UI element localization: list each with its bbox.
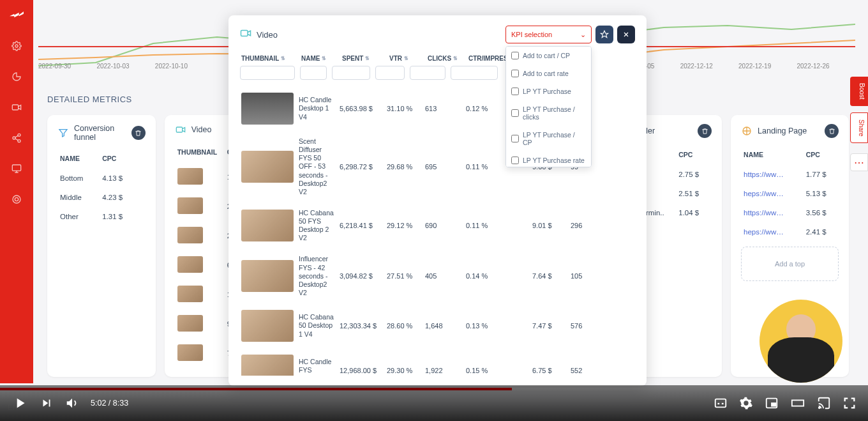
checkbox[interactable] (511, 135, 519, 142)
checkbox[interactable] (511, 88, 519, 95)
captions-button[interactable] (714, 396, 728, 410)
table-row: Middle4.23 $ (57, 188, 146, 207)
video-icon (175, 124, 186, 135)
delete-button[interactable] (698, 124, 712, 138)
video-icon (240, 27, 251, 42)
checkbox[interactable] (511, 52, 519, 59)
card-title: Conversion funnel (74, 124, 126, 142)
svg-rect-8 (176, 127, 182, 132)
thumbnail (241, 355, 294, 376)
sort-icon[interactable]: ⇅ (281, 56, 285, 61)
table-row: 2.51 $ (643, 184, 712, 203)
checkbox[interactable] (511, 157, 519, 164)
add-top-button[interactable]: Add a top (741, 247, 839, 281)
card-title: der (643, 126, 692, 135)
kpi-option[interactable]: LP YT Purchase / CP (506, 126, 591, 151)
sort-icon[interactable]: ⇅ (453, 56, 458, 61)
share-icon[interactable] (10, 132, 23, 144)
kpi-dropdown: Add to cart / CP Add to cart rate LP YT … (505, 46, 592, 167)
card-title: Landing Page (758, 126, 819, 135)
thumbnail (177, 227, 203, 243)
svg-point-6 (13, 195, 20, 203)
fullscreen-button[interactable] (842, 396, 857, 410)
thumbnail (177, 168, 203, 185)
filter-input[interactable] (332, 66, 370, 80)
table-row: https://ww…1.77 $ (741, 165, 839, 184)
close-button[interactable] (617, 26, 635, 43)
svg-point-15 (819, 407, 820, 408)
table-row: https://ww…3.56 $ (741, 203, 839, 222)
kpi-option[interactable]: LP YT Purchase (506, 82, 591, 100)
thumbnail (241, 310, 294, 342)
sort-icon[interactable]: ⇅ (322, 56, 326, 61)
section-title: DETAILED METRICS (47, 95, 132, 104)
float-actions: Boost Share ⋯ (850, 77, 868, 171)
svg-point-4 (18, 140, 20, 142)
svg-point-2 (18, 134, 20, 136)
chevron-down-icon: ⌄ (580, 31, 586, 39)
svg-point-0 (15, 45, 18, 47)
svg-point-3 (13, 137, 15, 139)
svg-point-7 (15, 197, 18, 201)
chart-icon[interactable] (10, 70, 23, 83)
table-row: heps://ww…5.13 $ (741, 184, 839, 203)
kpi-option[interactable]: Add to cart rate (506, 65, 591, 82)
thumbnail (241, 260, 294, 292)
funnel-icon (57, 127, 69, 139)
sort-icon[interactable]: ⇅ (365, 56, 370, 61)
cast-button[interactable] (817, 396, 831, 410)
table-row: 2.75 $ (643, 165, 712, 184)
volume-button[interactable] (65, 396, 79, 410)
filter-input[interactable] (300, 66, 327, 80)
monitor-icon[interactable] (10, 162, 23, 175)
filter-input[interactable] (240, 66, 295, 80)
filter-input[interactable] (410, 66, 445, 80)
next-button[interactable] (40, 396, 54, 410)
thumbnail (241, 93, 294, 125)
svg-rect-1 (12, 105, 18, 110)
left-sidebar (0, 0, 33, 383)
share-button[interactable]: Share (850, 112, 868, 144)
kpi-option[interactable]: Add to cart / CP (506, 47, 591, 65)
settings-button[interactable] (739, 396, 753, 410)
boost-button[interactable]: Boost (850, 77, 868, 106)
video-row: Influencer FYS - 42 seconds - Desktop2 V… (240, 249, 635, 303)
kpi-option[interactable]: LP YT Purchase rate (506, 151, 591, 167)
table-row: Bottom4.13 $ (57, 169, 146, 188)
table-row: rmin..1.04 $ (643, 203, 712, 222)
more-button[interactable]: ⋯ (850, 153, 868, 171)
thumbnail (177, 315, 203, 332)
pin-button[interactable] (595, 26, 613, 43)
video-row: HC Candle FYS Desktop 2 12,968.00 $ 29.3… (240, 348, 635, 376)
delete-button[interactable] (131, 126, 146, 140)
play-button[interactable] (11, 395, 28, 411)
checkbox[interactable] (511, 109, 519, 117)
filter-input[interactable] (451, 66, 498, 80)
kpi-select[interactable]: KPI selection ⌄ (505, 26, 592, 43)
svg-rect-13 (772, 403, 775, 406)
camera-icon[interactable] (10, 101, 23, 114)
thumbnail (177, 344, 203, 361)
settings-icon[interactable] (10, 40, 23, 52)
thumbnail (177, 197, 203, 214)
filter-input[interactable] (375, 66, 405, 80)
svg-rect-10 (241, 31, 248, 36)
video-time: 5:02 / 8:33 (91, 399, 128, 408)
presenter-avatar (760, 300, 842, 383)
miniplayer-button[interactable] (765, 396, 779, 410)
thumbnail (177, 256, 203, 273)
checkbox[interactable] (511, 70, 519, 77)
target-icon[interactable] (10, 193, 23, 206)
modal-title: Video (257, 30, 500, 40)
table-row: heps://ww…2.41 $ (741, 222, 839, 241)
landing-icon (741, 125, 752, 137)
table-row: Other1.31 $ (57, 207, 146, 226)
thumbnail (241, 151, 294, 183)
card-conversion-funnel: Conversion funnel NAMECPC Bottom4.13 $ M… (47, 115, 156, 377)
sort-icon[interactable]: ⇅ (404, 56, 408, 61)
kpi-option[interactable]: LP YT Purchase / clicks (506, 100, 591, 126)
delete-button[interactable] (825, 124, 839, 138)
theater-button[interactable] (790, 396, 805, 410)
kpi-placeholder: KPI selection (511, 31, 552, 38)
thumbnail (177, 286, 203, 302)
